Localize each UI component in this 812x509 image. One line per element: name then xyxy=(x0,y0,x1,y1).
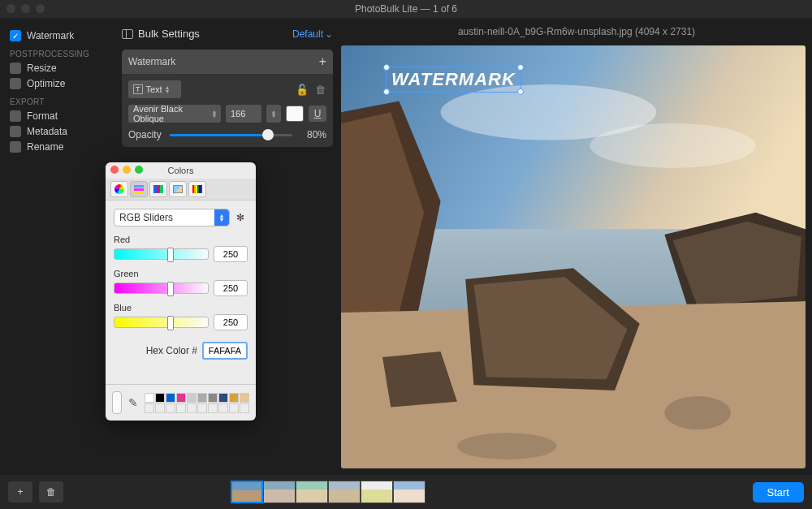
thumbnail[interactable] xyxy=(263,481,296,503)
palettes-tab[interactable] xyxy=(149,181,167,197)
window-titlebar: PhotoBulk Lite — 1 of 6 xyxy=(0,0,812,18)
caret-icon: ▴▾ xyxy=(166,85,169,93)
opacity-slider[interactable] xyxy=(170,134,292,136)
sidebar-item-format[interactable]: Format xyxy=(10,110,104,122)
thumbnail[interactable] xyxy=(296,481,328,503)
resize-handle[interactable] xyxy=(383,88,390,95)
watermark-type-dropdown[interactable]: T Text ▴▾ xyxy=(128,80,181,98)
hex-input[interactable] xyxy=(202,342,248,360)
color-wheel-tab[interactable] xyxy=(110,181,128,197)
sidebar-label: Watermark xyxy=(27,30,74,41)
sidebar-label: Format xyxy=(27,110,58,122)
checkbox-icon xyxy=(10,63,21,74)
blue-label: Blue xyxy=(114,303,248,313)
blue-slider[interactable] xyxy=(114,317,209,328)
color-swatch[interactable] xyxy=(286,106,304,122)
resize-handle[interactable] xyxy=(517,88,524,95)
preset-label: Default xyxy=(292,28,323,40)
swatch-grid[interactable] xyxy=(145,393,249,413)
svg-point-2 xyxy=(590,123,755,168)
colors-window[interactable]: Colors RGB Sliders ▴▾ ✻ Red Green xyxy=(106,162,256,421)
checkbox-icon: ✓ xyxy=(10,30,21,41)
section-export: EXPORT xyxy=(10,97,104,106)
watermark-text: WATERMARK xyxy=(391,69,516,90)
resize-handle[interactable] xyxy=(383,64,390,71)
section-postprocessing: POSTPROCESSING xyxy=(10,50,104,58)
colors-title: Colors xyxy=(168,166,194,175)
svg-point-4 xyxy=(664,396,731,429)
image-tab[interactable] xyxy=(169,181,187,197)
checkbox-icon xyxy=(10,141,21,153)
current-color-swatch[interactable] xyxy=(112,391,122,414)
traffic-lights[interactable] xyxy=(110,166,143,174)
caret-icon: ▴▾ xyxy=(272,110,275,118)
green-input[interactable] xyxy=(214,280,248,296)
traffic-lights[interactable] xyxy=(6,4,45,13)
eyedropper-icon[interactable]: ✎ xyxy=(128,396,138,409)
checkbox-icon xyxy=(10,126,21,137)
green-label: Green xyxy=(114,269,248,278)
sidebar-label: Metadata xyxy=(27,126,67,137)
svg-point-5 xyxy=(457,433,557,459)
checkbox-icon xyxy=(10,78,21,89)
chevron-down-icon: ⌄ xyxy=(325,28,333,40)
sidebar: ✓ Watermark POSTPROCESSING Resize Optimi… xyxy=(0,18,114,475)
sliders-tab[interactable] xyxy=(130,181,148,197)
image-preview[interactable]: WATERMARK xyxy=(341,45,806,468)
sidebar-item-watermark[interactable]: ✓ Watermark xyxy=(10,30,104,41)
thumbnail[interactable] xyxy=(328,481,361,503)
sidebar-item-rename[interactable]: Rename xyxy=(10,141,104,153)
font-dropdown[interactable]: Avenir Black Oblique ▴▾ xyxy=(128,105,221,123)
sidebar-item-optimize[interactable]: Optimize xyxy=(10,78,104,89)
underline-button[interactable]: U xyxy=(309,106,326,122)
sidebar-item-metadata[interactable]: Metadata xyxy=(10,126,104,137)
blue-input[interactable] xyxy=(214,314,248,330)
sidebar-label: Resize xyxy=(27,63,57,74)
red-slider[interactable] xyxy=(114,248,209,260)
panel-title: Watermark xyxy=(128,56,175,67)
thumbnail[interactable] xyxy=(393,481,425,503)
opacity-value: 80% xyxy=(300,129,326,140)
gear-icon[interactable]: ✻ xyxy=(233,209,248,226)
sidebar-label: Rename xyxy=(27,141,63,153)
green-slider[interactable] xyxy=(114,283,209,294)
delete-button[interactable]: 🗑 xyxy=(39,481,63,503)
caret-icon: ▴▾ xyxy=(213,110,216,118)
color-mode-tabs xyxy=(106,179,256,201)
layout-icon[interactable] xyxy=(122,29,133,39)
add-button[interactable]: + xyxy=(8,481,32,503)
watermark-panel: Watermark + T Text ▴▾ 🔓 🗑 Avenir Blac xyxy=(122,50,333,147)
preview-area: austin-neill-0A_b9G-Rm6w-unsplash.jpg (4… xyxy=(341,18,812,475)
font-size-stepper[interactable]: ▴▾ xyxy=(266,105,281,123)
sidebar-item-resize[interactable]: Resize xyxy=(10,63,104,74)
red-input[interactable] xyxy=(214,246,248,262)
window-title: PhotoBulk Lite — 1 of 6 xyxy=(355,3,457,15)
red-label: Red xyxy=(114,235,248,244)
pencils-tab[interactable] xyxy=(188,181,206,197)
watermark-overlay[interactable]: WATERMARK xyxy=(386,67,521,93)
bottom-toolbar: + 🗑 Start xyxy=(0,475,812,509)
add-icon[interactable]: + xyxy=(319,54,326,69)
start-button[interactable]: Start xyxy=(753,482,804,503)
checkbox-icon xyxy=(10,110,21,122)
sidebar-label: Optimize xyxy=(27,78,65,89)
settings-title: Bulk Settings xyxy=(138,28,200,40)
thumbnail-strip xyxy=(231,481,425,503)
preset-dropdown[interactable]: Default ⌄ xyxy=(292,28,333,40)
slider-mode-select[interactable]: RGB Sliders ▴▾ xyxy=(114,209,230,226)
unlock-icon[interactable]: 🔓 xyxy=(296,84,309,96)
thumbnail[interactable] xyxy=(361,481,393,503)
trash-icon[interactable]: 🗑 xyxy=(313,84,326,96)
resize-handle[interactable] xyxy=(517,64,524,71)
hex-label: Hex Color # xyxy=(146,345,197,356)
file-info: austin-neill-0A_b9G-Rm6w-unsplash.jpg (4… xyxy=(341,18,812,45)
colors-titlebar[interactable]: Colors xyxy=(106,162,256,179)
caret-icon: ▴▾ xyxy=(214,209,229,226)
opacity-label: Opacity xyxy=(128,129,162,140)
font-size-input[interactable]: 166 xyxy=(226,105,261,123)
thumbnail[interactable] xyxy=(231,481,263,503)
text-icon: T xyxy=(133,84,143,94)
